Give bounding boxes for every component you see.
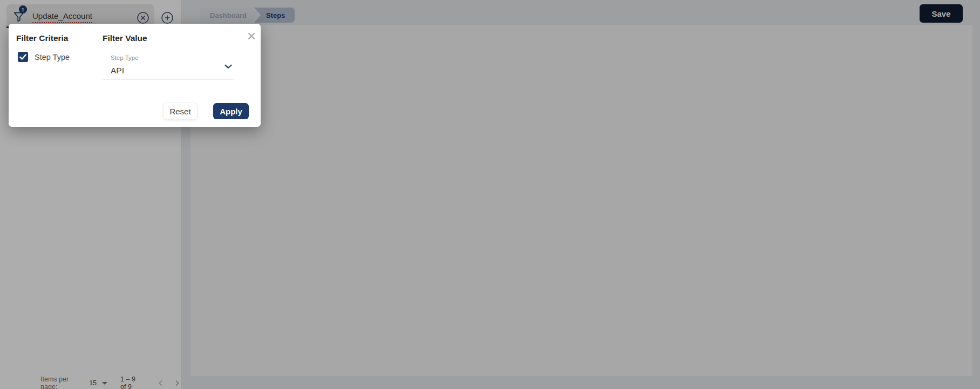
app-root: 1 Update_Account Items per page: 15 1 – …: [0, 0, 980, 389]
filter-step-type-select[interactable]: API: [111, 66, 124, 76]
filter-popup: Filter Criteria Filter Value Step Type S…: [9, 24, 261, 127]
filter-value-title: Filter Value: [103, 33, 147, 43]
apply-button[interactable]: Apply: [213, 103, 249, 119]
step-type-checkbox[interactable]: [18, 52, 28, 62]
filter-select-underline: [103, 79, 234, 79]
popup-close-icon[interactable]: [246, 30, 257, 42]
filter-step-type-chevron-icon[interactable]: [222, 60, 234, 74]
step-type-checkbox-label[interactable]: Step Type: [35, 53, 70, 62]
filter-criteria-title: Filter Criteria: [16, 33, 68, 43]
reset-button[interactable]: Reset: [164, 103, 197, 119]
filter-step-type-label: Step Type: [111, 54, 139, 61]
